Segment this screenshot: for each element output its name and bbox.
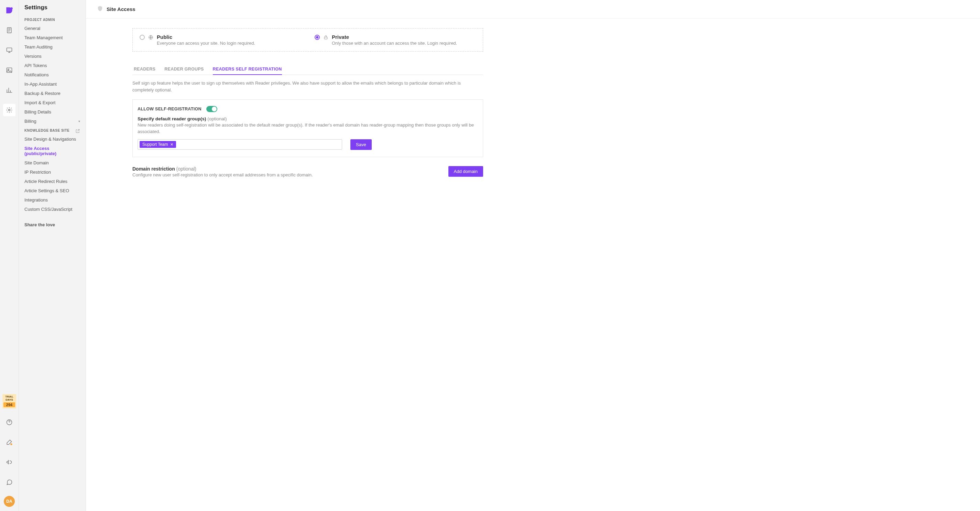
default-groups-heading: Specify default reader group(s) (optiona… (138, 116, 478, 121)
monitor-icon[interactable] (3, 44, 16, 56)
sidebar-title: Settings (19, 4, 86, 15)
svg-point-7 (10, 443, 12, 445)
allow-self-reg-label: ALLOW SELF-REGISTRATION (138, 107, 202, 111)
nav-team-auditing[interactable]: Team Auditing (19, 42, 86, 52)
remove-tag-icon[interactable]: ✕ (170, 142, 173, 147)
tab-reader-groups[interactable]: READER GROUPS (164, 64, 204, 75)
external-link-icon[interactable] (75, 129, 80, 134)
nav-custom-css-js[interactable]: Custom CSS/JavaScript (19, 205, 86, 214)
svg-rect-1 (7, 28, 11, 33)
nav-notifications[interactable]: Notifications (19, 70, 86, 80)
logo[interactable] (3, 4, 16, 16)
trial-days-chip[interactable]: TRIAL DAYS 294 (2, 394, 16, 409)
analytics-icon[interactable] (3, 84, 16, 96)
radio-public[interactable] (140, 35, 145, 40)
nav-site-access[interactable]: Site Access (public/private) (19, 144, 86, 158)
nav-general[interactable]: General (19, 24, 86, 33)
radio-private[interactable] (315, 35, 320, 40)
page-title: Site Access (107, 6, 135, 12)
avatar[interactable]: DA (4, 496, 15, 507)
chevron-down-icon: ▾ (78, 119, 80, 123)
tab-self-registration[interactable]: READERS SELF REGISTRATION (213, 64, 282, 75)
nav-billing-details[interactable]: Billing Details (19, 107, 86, 116)
nav-in-app-assistant[interactable]: In-App Assistant (19, 80, 86, 89)
public-title: Public (157, 34, 255, 40)
tag-support-team: Support Team ✕ (140, 141, 176, 148)
help-icon[interactable] (3, 416, 16, 428)
nav-site-design[interactable]: Site Design & Navigations (19, 134, 86, 144)
allow-self-reg-toggle[interactable] (206, 106, 217, 112)
nav-ip-restriction[interactable]: IP Restriction (19, 167, 86, 177)
private-title: Private (332, 34, 457, 40)
trial-count: 294 (3, 402, 15, 407)
self-registration-panel: ALLOW SELF-REGISTRATION Specify default … (132, 99, 483, 157)
svg-point-5 (9, 109, 10, 111)
save-button[interactable]: Save (350, 139, 372, 150)
nav-api-tokens[interactable]: API Tokens (19, 61, 86, 70)
nav-team-management[interactable]: Team Management (19, 33, 86, 42)
tab-readers[interactable]: READERS (134, 64, 156, 75)
trial-line2: DAYS (2, 398, 16, 402)
globe-icon (148, 35, 153, 41)
nav-billing[interactable]: Billing ▾ (19, 116, 86, 126)
default-groups-desc: New readers doing self-registration will… (138, 122, 478, 135)
section-label-project-admin: PROJECT ADMIN (19, 15, 86, 24)
chat-icon[interactable] (3, 476, 16, 488)
private-desc: Only those with an account can access th… (332, 41, 457, 46)
access-mode-card: Public Everyone can access your site. No… (132, 28, 483, 52)
nav-integrations[interactable]: Integrations (19, 195, 86, 205)
page-header: Site Access (86, 0, 980, 19)
tab-intro-text: Self sign up feature helps the user to s… (132, 80, 483, 93)
svg-rect-9 (324, 37, 327, 39)
main: Site Access Public Everyone can access y… (86, 0, 980, 511)
add-domain-button[interactable]: Add domain (449, 166, 483, 177)
lock-icon (323, 35, 328, 41)
avatar-initials: DA (6, 499, 12, 504)
svg-point-4 (8, 69, 9, 70)
image-icon[interactable] (3, 64, 16, 76)
edit-lock-icon[interactable] (3, 436, 16, 449)
nav-import-export[interactable]: Import & Export (19, 98, 86, 107)
domain-restriction-row: Domain restriction (optional) Configure … (132, 166, 483, 177)
nav-share-the-love[interactable]: Share the love (19, 214, 86, 229)
access-option-public[interactable]: Public Everyone can access your site. No… (133, 29, 308, 51)
nav-site-domain[interactable]: Site Domain (19, 158, 86, 167)
docs-icon[interactable] (3, 24, 16, 37)
icon-rail: TRIAL DAYS 294 DA (0, 0, 19, 511)
nav-backup-restore[interactable]: Backup & Restore (19, 89, 86, 98)
tabs: READERS READER GROUPS READERS SELF REGIS… (132, 64, 483, 75)
svg-rect-2 (7, 48, 12, 51)
nav-versions[interactable]: Versions (19, 52, 86, 61)
section-label-kb-site: KNOWLEDGE BASE SITE (19, 126, 86, 134)
access-option-private[interactable]: Private Only those with an account can a… (308, 29, 483, 51)
svg-point-0 (10, 7, 13, 9)
domain-restriction-title: Domain restriction (optional) (132, 166, 313, 172)
nav-article-settings[interactable]: Article Settings & SEO (19, 186, 86, 195)
shield-icon (97, 5, 103, 13)
settings-sidebar: Settings PROJECT ADMIN General Team Mana… (19, 0, 86, 511)
megaphone-icon[interactable] (3, 456, 16, 468)
nav-redirect-rules[interactable]: Article Redirect Rules (19, 177, 86, 186)
domain-restriction-desc: Configure new user self-registration to … (132, 172, 313, 177)
reader-groups-input[interactable]: Support Team ✕ (138, 139, 342, 150)
public-desc: Everyone can access your site. No login … (157, 41, 255, 46)
settings-icon[interactable] (3, 104, 16, 116)
